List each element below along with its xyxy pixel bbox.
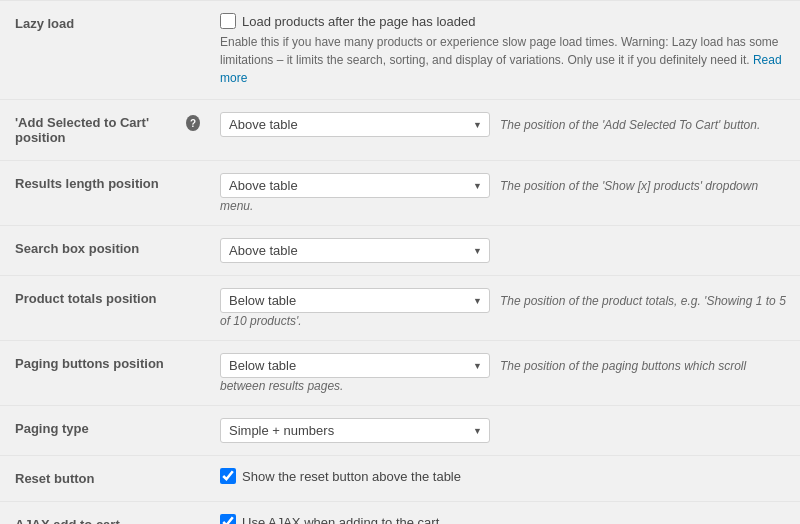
label-search-box-position: Search box position (0, 226, 210, 276)
control-paging-buttons-position: Above tableBelow tableBothThe position o… (210, 341, 800, 406)
select-paging-buttons-position[interactable]: Above tableBelow tableBoth (220, 353, 490, 378)
select-product-totals-position[interactable]: Above tableBelow tableBoth (220, 288, 490, 313)
label-paging-type: Paging type (0, 406, 210, 456)
label-product-totals-position: Product totals position (0, 276, 210, 341)
select-wrapper-add-selected-position: Above tableBelow tableBoth (220, 112, 490, 137)
label-paging-buttons-position: Paging buttons position (0, 341, 210, 406)
select-wrapper-results-length-position: Above tableBelow tableBoth (220, 173, 490, 198)
control-product-totals-position: Above tableBelow tableBothThe position o… (210, 276, 800, 341)
settings-row-results-length-position: Results length positionAbove tableBelow … (0, 161, 800, 226)
settings-row-paging-buttons-position: Paging buttons positionAbove tableBelow … (0, 341, 800, 406)
select-wrapper-paging-buttons-position: Above tableBelow tableBoth (220, 353, 490, 378)
control-results-length-position: Above tableBelow tableBothThe position o… (210, 161, 800, 226)
label-ajax-add-to-cart: AJAX add to cart (0, 502, 210, 525)
settings-row-search-box-position: Search box positionAbove tableBelow tabl… (0, 226, 800, 276)
checkbox-label-ajax-add-to-cart[interactable]: Use AJAX when adding to the cart (220, 514, 790, 524)
select-add-selected-position[interactable]: Above tableBelow tableBoth (220, 112, 490, 137)
control-paging-type: Simple + numbersSimpleNumbers (210, 406, 800, 456)
select-results-length-position[interactable]: Above tableBelow tableBoth (220, 173, 490, 198)
select-wrapper-product-totals-position: Above tableBelow tableBoth (220, 288, 490, 313)
settings-row-paging-type: Paging typeSimple + numbersSimpleNumbers (0, 406, 800, 456)
checkbox-text: Use AJAX when adding to the cart (242, 515, 439, 525)
label-lazy-load: Lazy load (0, 1, 210, 100)
checkbox-ajax-add-to-cart[interactable] (220, 514, 236, 524)
row-description: Enable this if you have many products or… (220, 33, 790, 87)
checkbox-text: Show the reset button above the table (242, 469, 461, 484)
settings-table: Lazy loadLoad products after the page ha… (0, 0, 800, 524)
warning-text: Warning: Lazy load has some limitations … (220, 35, 779, 67)
settings-row-lazy-load: Lazy loadLoad products after the page ha… (0, 1, 800, 100)
control-lazy-load: Load products after the page has loadedE… (210, 1, 800, 100)
checkbox-reset-button[interactable] (220, 468, 236, 484)
checkbox-text: Load products after the page has loaded (242, 14, 475, 29)
control-reset-button: Show the reset button above the table (210, 456, 800, 502)
control-search-box-position: Above tableBelow tableBoth (210, 226, 800, 276)
settings-row-reset-button: Reset buttonShow the reset button above … (0, 456, 800, 502)
checkbox-label-reset-button[interactable]: Show the reset button above the table (220, 468, 790, 484)
label-reset-button: Reset button (0, 456, 210, 502)
settings-row-add-selected-position: 'Add Selected to Cart' position?Above ta… (0, 100, 800, 161)
checkbox-label-lazy-load[interactable]: Load products after the page has loaded (220, 13, 790, 29)
select-wrapper-paging-type: Simple + numbersSimpleNumbers (220, 418, 490, 443)
select-paging-type[interactable]: Simple + numbersSimpleNumbers (220, 418, 490, 443)
select-wrapper-search-box-position: Above tableBelow tableBoth (220, 238, 490, 263)
control-ajax-add-to-cart: Use AJAX when adding to the cart (210, 502, 800, 525)
checkbox-lazy-load[interactable] (220, 13, 236, 29)
select-search-box-position[interactable]: Above tableBelow tableBoth (220, 238, 490, 263)
control-add-selected-position: Above tableBelow tableBothThe position o… (210, 100, 800, 161)
help-icon[interactable]: ? (186, 115, 200, 131)
label-results-length-position: Results length position (0, 161, 210, 226)
label-add-selected-position: 'Add Selected to Cart' position? (0, 100, 210, 161)
settings-row-ajax-add-to-cart: AJAX add to cartUse AJAX when adding to … (0, 502, 800, 525)
label-text-add-selected-position: 'Add Selected to Cart' position (15, 115, 178, 145)
inline-desc: The position of the 'Add Selected To Car… (500, 118, 760, 132)
settings-row-product-totals-position: Product totals positionAbove tableBelow … (0, 276, 800, 341)
